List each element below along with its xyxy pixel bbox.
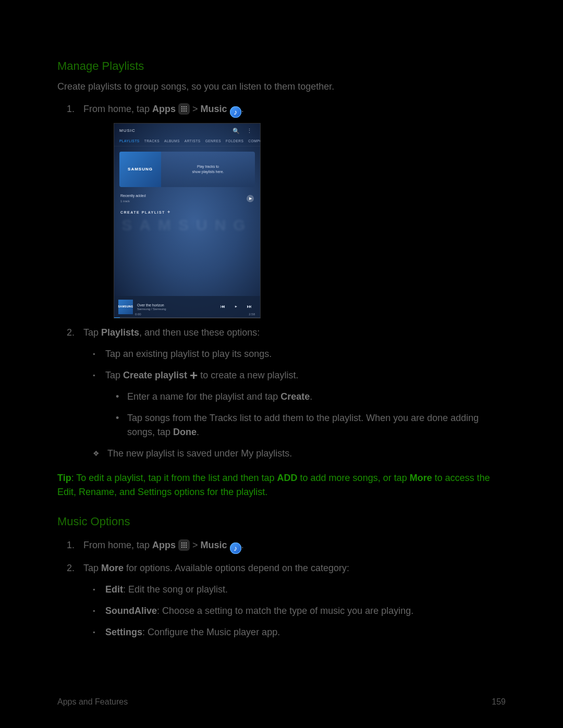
bullet-create: Tap Create playlist + to create a new pl… bbox=[83, 368, 506, 439]
opt-step-2: Tap More for options. Available options … bbox=[57, 561, 506, 639]
intro-text: Create playlists to group songs, so you … bbox=[57, 80, 506, 94]
time-current: 0:00 bbox=[135, 312, 141, 317]
step-2: Tap Playlists, and then use these option… bbox=[57, 326, 506, 461]
music-icon bbox=[230, 542, 241, 554]
opt-settings: Settings: Configure the Music player app… bbox=[83, 625, 506, 639]
tip-paragraph: Tip: To edit a playlist, tap it from the… bbox=[57, 471, 506, 499]
opt-step-1: From home, tap Apps > Music . bbox=[57, 538, 506, 554]
shot-recently-added: Recently added 1 track ▶ bbox=[114, 192, 260, 205]
music-icon bbox=[230, 106, 241, 118]
step-1: From home, tap Apps > Music . MUSIC 🔍 ⋮ … bbox=[57, 102, 506, 318]
plus-icon: + bbox=[190, 367, 198, 383]
section-title-playlists: Manage Playlists bbox=[57, 57, 506, 75]
apps-icon bbox=[178, 103, 190, 115]
bullet-saved: The new playlist is saved under My playl… bbox=[83, 447, 506, 461]
apps-icon bbox=[178, 539, 190, 551]
footer-left: Apps and Features bbox=[57, 696, 128, 708]
page-number: 159 bbox=[492, 696, 506, 708]
shot-app-title: MUSIC bbox=[119, 128, 136, 134]
shot-hero-card: SAMSUNG Play tracks to show playlists he… bbox=[119, 152, 255, 187]
section-title-options: Music Options bbox=[57, 513, 506, 530]
opt-edit: Edit: Edit the song or playlist. bbox=[83, 583, 506, 597]
time-total: 2:58 bbox=[249, 312, 255, 317]
shot-watermark: SAMSUNG bbox=[114, 213, 260, 237]
play-icon: ▶ bbox=[247, 195, 254, 202]
shot-search-menu-icons: 🔍 ⋮ bbox=[232, 127, 255, 135]
sub-enter-name: Enter a name for the playlist and tap Cr… bbox=[105, 390, 506, 404]
bullet-existing: Tap an existing playlist to play its son… bbox=[83, 347, 506, 361]
sub-tap-songs: Tap songs from the Tracks list to add th… bbox=[105, 411, 506, 439]
opt-soundalive: SoundAlive: Choose a setting to match th… bbox=[83, 604, 506, 618]
player-controls: ⏮ ▶ ⏭ bbox=[221, 303, 256, 311]
shot-tabs: PLAYLISTS TRACKS ALBUMS ARTISTS GENRES F… bbox=[114, 139, 260, 147]
album-art: SAMSUNG bbox=[118, 300, 133, 314]
progress-bar bbox=[114, 317, 260, 318]
music-app-screenshot: MUSIC 🔍 ⋮ PLAYLISTS TRACKS ALBUMS ARTIST… bbox=[114, 123, 261, 318]
